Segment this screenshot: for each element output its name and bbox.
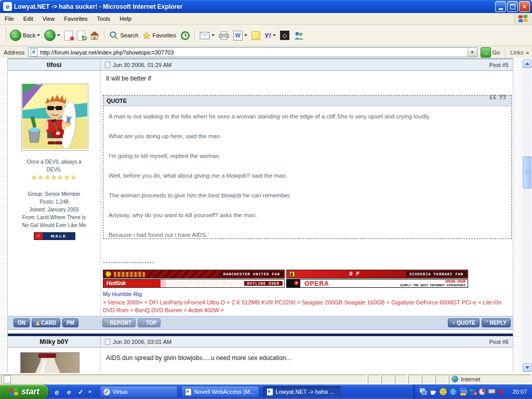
ferrari-sf-logo: S F <box>349 271 360 277</box>
toolbar-separator <box>104 28 105 43</box>
top-button[interactable]: ↑ TOP <box>138 318 161 327</box>
post5-number[interactable]: Post #5 <box>489 62 509 68</box>
reply-quote-icon: ” <box>486 320 488 326</box>
search-button[interactable]: Search <box>107 30 140 41</box>
print-icon <box>219 31 229 40</box>
stop-button[interactable]: ✖ <box>62 30 75 42</box>
menu-file[interactable]: File <box>0 14 19 23</box>
forward-icon: → <box>44 30 56 41</box>
task-virtua[interactable]: ✓ Virtua <box>100 386 178 397</box>
menu-help[interactable]: Help <box>115 14 136 23</box>
post6-date: Jun 30 2006, 03:01 AM <box>113 339 171 345</box>
tray-clock: 20:07 <box>512 389 527 395</box>
address-separator <box>505 48 506 57</box>
menu-favorites[interactable]: Favorites <box>59 14 92 23</box>
title-bar: e Lowyat.NET -> haha sucker! - Microsoft… <box>0 0 532 13</box>
ie-quicklaunch-icon[interactable]: e <box>52 388 61 396</box>
quote-block: QUOTE “” A man is out walking in the hil… <box>103 95 512 239</box>
post6-number[interactable]: Post #6 <box>489 339 509 345</box>
post6-header: Milky b0Y Jun 30 2006, 03:01 AM Post #6 <box>8 336 513 348</box>
favorites-label: Favorites <box>152 32 176 38</box>
post-date-icon[interactable] <box>105 62 110 68</box>
back-dropdown-icon[interactable] <box>37 34 40 36</box>
diamond-tool-button[interactable]: ◇ <box>278 30 291 41</box>
post5-intro-text: It will be better if <box>106 75 151 82</box>
links-label[interactable]: Links <box>508 49 526 56</box>
home-icon <box>89 31 100 40</box>
mail-dropdown-icon[interactable] <box>211 34 215 36</box>
history-icon <box>180 31 190 41</box>
edit-with-word-button[interactable]: W <box>231 30 249 42</box>
menu-edit[interactable]: Edit <box>19 14 38 23</box>
address-dropdown-button[interactable] <box>468 48 477 57</box>
signature-banners: MANCHESTER UNITED FAN S F SCUDERIA FERRA… <box>103 270 468 288</box>
mail-quicklaunch-icon[interactable]: e <box>64 388 73 396</box>
address-label: Address <box>0 49 28 56</box>
signature-separator: -------------------- <box>103 259 155 266</box>
opera-banner[interactable]: OPERA OPERA USER SIMPLY THE BEST INTERNE… <box>286 279 468 288</box>
quote-button[interactable]: + QUOTE <box>448 318 479 327</box>
zone-label: Internet <box>461 376 480 382</box>
close-button[interactable]: × <box>519 1 530 12</box>
quicklaunch-chevron[interactable]: » <box>88 389 91 394</box>
restore-button[interactable] <box>507 1 518 12</box>
yahoo-icon: Y! <box>264 32 271 39</box>
tray-icons[interactable]: N <box>420 388 507 396</box>
start-button[interactable]: start <box>0 384 48 399</box>
post6-avatar-image <box>20 352 79 373</box>
forward-dropdown-icon[interactable] <box>57 34 60 36</box>
pm-button[interactable]: PM <box>62 318 78 327</box>
refresh-button[interactable]: ↻ <box>75 30 87 42</box>
member-group: Group: Senior Member <box>8 190 100 198</box>
mail-button[interactable] <box>197 31 217 41</box>
quote-line: The woman proceeds to give him the best … <box>109 190 506 201</box>
forward-button[interactable]: → <box>42 29 62 42</box>
word-dropdown-icon[interactable] <box>244 34 247 36</box>
vertical-scrollbar[interactable] <box>523 59 531 373</box>
address-input[interactable] <box>40 49 467 56</box>
go-button[interactable]: → Go <box>477 47 503 58</box>
scrollbar-thumb[interactable] <box>523 156 531 189</box>
post6-author[interactable]: Milky b0Y <box>8 336 101 347</box>
back-button[interactable]: ← Back <box>8 29 42 42</box>
my-humble-rig-link[interactable]: My Humble Rig <box>103 291 142 297</box>
post5-author[interactable]: tifosi <box>8 59 101 70</box>
task-novell-webaccess[interactable]: Novell WebAccess (M... <box>181 386 259 397</box>
card-button[interactable]: CARD <box>32 318 60 327</box>
menu-view[interactable]: View <box>38 14 60 23</box>
manchester-united-banner[interactable]: MANCHESTER UNITED FAN <box>103 270 285 278</box>
home-button[interactable] <box>87 30 102 41</box>
yahoo-button[interactable]: Y! <box>262 31 278 41</box>
gender-label: MALE <box>43 233 75 240</box>
plus-icon: + <box>452 320 455 326</box>
search-label: Search <box>120 32 138 38</box>
notes-button[interactable] <box>249 30 262 41</box>
hotlink-banner-text: HOTLINK USER <box>244 281 283 286</box>
online-status-button[interactable]: ON <box>14 318 30 327</box>
reply-button[interactable]: ” REPLY <box>482 318 511 327</box>
ferrari-banner[interactable]: S F SCUDERIA FERRARI FAN <box>286 270 468 278</box>
hotlink-banner[interactable]: Hotlink HOTLINK USER <box>103 279 285 288</box>
back-label: Back <box>23 32 35 38</box>
print-button[interactable] <box>217 30 231 41</box>
messenger-button[interactable] <box>291 30 306 41</box>
menu-tools[interactable]: Tools <box>92 14 115 23</box>
status-panel <box>435 375 448 384</box>
post-date-icon[interactable] <box>105 339 110 345</box>
start-label: start <box>21 387 39 396</box>
virtua-quicklaunch-icon[interactable]: ✓ <box>76 388 85 396</box>
mail-icon <box>200 32 210 39</box>
yahoo-dropdown-icon[interactable] <box>273 34 276 36</box>
favorites-button[interactable]: ★ Favorites <box>140 30 178 41</box>
opera-tagline: SIMPLY THE BEST INTERNET EXPERIENCE <box>400 284 466 287</box>
report-button[interactable]: ! REPORT <box>102 318 136 327</box>
links-chevron[interactable]: » <box>526 49 532 56</box>
task-lowyat[interactable]: Lowyat.NET -> haha ... <box>263 386 341 397</box>
status-panel <box>368 375 380 384</box>
system-tray: N 20:07 <box>413 384 532 399</box>
history-button[interactable] <box>178 30 192 42</box>
scroll-down-button[interactable] <box>523 363 531 372</box>
scroll-up-button[interactable] <box>523 59 531 68</box>
taskbar: start e e ✓ » ✓ Virtua Novell WebAccess … <box>0 384 532 399</box>
minimize-button[interactable] <box>495 1 506 12</box>
